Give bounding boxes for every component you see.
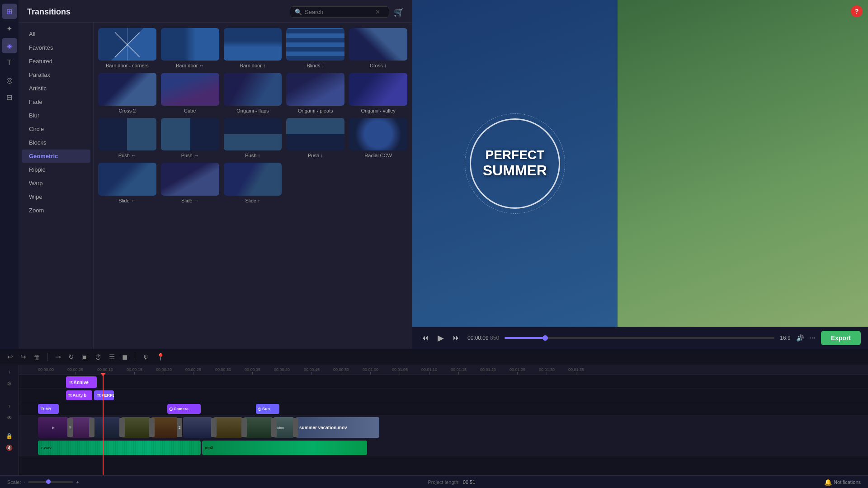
transition-slide-u[interactable]: Slide ↑ <box>224 163 282 203</box>
transition-marker-1[interactable]: ⊠ <box>67 418 73 437</box>
scale-slider[interactable] <box>28 481 73 483</box>
skip-back-button[interactable]: ⏮ <box>420 333 430 343</box>
category-ripple[interactable]: Ripple <box>22 163 90 176</box>
skip-forward-button[interactable]: ⏭ <box>451 333 462 343</box>
transition-marker-2[interactable] <box>89 418 94 437</box>
category-circle[interactable]: Circle <box>22 122 90 136</box>
transition-origami-valley[interactable]: Origami - valley <box>349 73 407 113</box>
audio-clip-2[interactable]: mp3 <box>202 441 367 455</box>
camera-clip[interactable]: ◷ Camera <box>167 404 201 414</box>
video-seg-3[interactable] <box>91 417 120 438</box>
video-seg-8[interactable] <box>244 417 273 438</box>
transition-cross1[interactable]: Cross ↑ <box>349 28 407 68</box>
transition-barn-ud[interactable]: Barn door ↕ <box>224 28 282 68</box>
rotate-button[interactable]: ↻ <box>66 352 76 362</box>
category-all[interactable]: All <box>22 28 90 41</box>
video-seg-7[interactable] <box>213 417 242 438</box>
category-favorites[interactable]: Favorites <box>22 41 90 54</box>
sun-clip[interactable]: ◷ Sun <box>256 404 279 414</box>
transition-marker-7[interactable] <box>241 418 247 437</box>
transition-label: Cross 2 <box>118 108 136 113</box>
party-clip[interactable]: Tt Party b <box>66 390 92 400</box>
annive-clip[interactable]: Tt Annive <box>66 376 97 388</box>
category-fade[interactable]: Fade <box>22 95 90 108</box>
transition-origami-flaps[interactable]: Origami - flaps <box>224 73 282 113</box>
transition-marker-8[interactable] <box>271 418 277 437</box>
transition-origami-pleats[interactable]: Origami - pleats <box>286 73 344 113</box>
category-featured[interactable]: Featured <box>22 55 90 68</box>
sidebar-icon-text[interactable]: T <box>2 55 17 70</box>
split-button[interactable]: ⊸ <box>53 352 63 362</box>
transition-slide-r[interactable]: Slide → <box>161 163 219 203</box>
add-track-button[interactable]: ＋ <box>3 367 16 377</box>
sidebar-icon-apps[interactable]: ⊟ <box>2 89 17 105</box>
separate-button[interactable]: ☰ <box>107 352 117 362</box>
voiceover-button[interactable]: 📍 <box>155 352 167 362</box>
category-wipe[interactable]: Wipe <box>22 190 90 203</box>
transition-push-l[interactable]: Push ← <box>98 118 156 158</box>
redo-button[interactable]: ↪ <box>19 352 28 362</box>
video-seg-6[interactable] <box>183 417 212 438</box>
scale-decrease-icon[interactable]: - <box>24 479 26 485</box>
playhead[interactable] <box>103 375 104 475</box>
category-parallax[interactable]: Parallax <box>22 68 90 81</box>
sidebar-icon-globe[interactable]: ◎ <box>2 72 17 88</box>
transition-barn-corners[interactable]: Barn door - corners <box>98 28 156 68</box>
sidebar-icon-effects[interactable]: ◈ <box>2 38 17 53</box>
crop-button[interactable]: ▣ <box>80 352 90 362</box>
perfe-clip[interactable]: Tt PERFE <box>94 390 114 400</box>
notifications[interactable]: 🔔 Notifications <box>824 479 861 486</box>
track-eye-icon[interactable]: 👁 <box>3 413 16 423</box>
volume-icon[interactable]: 🔊 <box>796 334 804 342</box>
play-button[interactable]: ▶ <box>436 332 446 344</box>
summer-vacation-clip[interactable]: summer vacation.mov <box>296 417 379 438</box>
category-warp[interactable]: Warp <box>22 177 90 190</box>
category-blur[interactable]: Blur <box>22 109 90 122</box>
scale-control: Scale: - + <box>7 479 79 485</box>
transition-slide-l[interactable]: Slide ← <box>98 163 156 203</box>
transition-barn-lr[interactable]: Barn door ↔ <box>161 28 219 68</box>
category-geometric[interactable]: Geometric <box>22 150 90 163</box>
my-clip[interactable]: Tt MY <box>38 404 59 414</box>
more-options-icon[interactable]: ⋯ <box>809 334 816 342</box>
sidebar-icon-grid[interactable]: ⊞ <box>2 4 17 19</box>
settings-icon[interactable]: ⚙ <box>3 379 16 389</box>
transition-radial-ccw[interactable]: Radial CCW <box>349 118 407 158</box>
delete-button[interactable]: 🗑 <box>32 352 42 362</box>
video-seg-5[interactable] <box>151 417 178 438</box>
transition-cross2[interactable]: Cross 2 <box>98 73 156 113</box>
progress-bar[interactable] <box>505 337 774 339</box>
category-zoom[interactable]: Zoom <box>22 204 90 217</box>
transition-push-u[interactable]: Push ↑ <box>224 118 282 158</box>
transition-label: Cross ↑ <box>370 63 387 68</box>
transition-marker-3[interactable] <box>119 418 125 437</box>
cart-icon[interactable]: 🛒 <box>394 7 404 17</box>
category-artistic[interactable]: Artistic <box>22 82 90 95</box>
sidebar-icon-cursor[interactable]: ✦ <box>2 21 17 36</box>
export-button[interactable]: Export <box>821 331 861 345</box>
track-mute-icon[interactable]: 🔇 <box>3 443 16 453</box>
transition-blinds[interactable]: Blinds ↓ <box>286 28 344 68</box>
transition-marker-6[interactable] <box>211 418 217 437</box>
undo-button[interactable]: ↩ <box>5 352 15 362</box>
transition-cube[interactable]: Cube <box>161 73 219 113</box>
transition-push-d[interactable]: Push ↓ <box>286 118 344 158</box>
record-button[interactable]: 🎙 <box>141 352 151 362</box>
help-button[interactable]: ? <box>851 5 863 17</box>
transition-marker-9[interactable] <box>293 418 298 437</box>
track-lock-icon[interactable]: 🔒 <box>3 431 16 441</box>
video-seg-1[interactable]: ▶ <box>38 417 68 438</box>
speed-button[interactable]: ⏱ <box>93 352 104 362</box>
category-blocks[interactable]: Blocks <box>22 136 90 149</box>
clear-search-icon[interactable]: ✕ <box>375 9 380 15</box>
video-right <box>618 0 868 327</box>
audio-clip-1[interactable]: z.wav <box>38 441 201 455</box>
color-button[interactable]: ◼ <box>120 352 129 362</box>
transition-marker-5[interactable]: 3 <box>177 418 182 437</box>
track-icon-1[interactable]: T <box>3 401 16 411</box>
transition-marker-4[interactable] <box>149 418 155 437</box>
search-input[interactable] <box>305 9 373 15</box>
video-seg-4[interactable] <box>121 417 150 438</box>
scale-increase-icon[interactable]: + <box>76 479 79 485</box>
transition-push-r[interactable]: Push → <box>161 118 219 158</box>
